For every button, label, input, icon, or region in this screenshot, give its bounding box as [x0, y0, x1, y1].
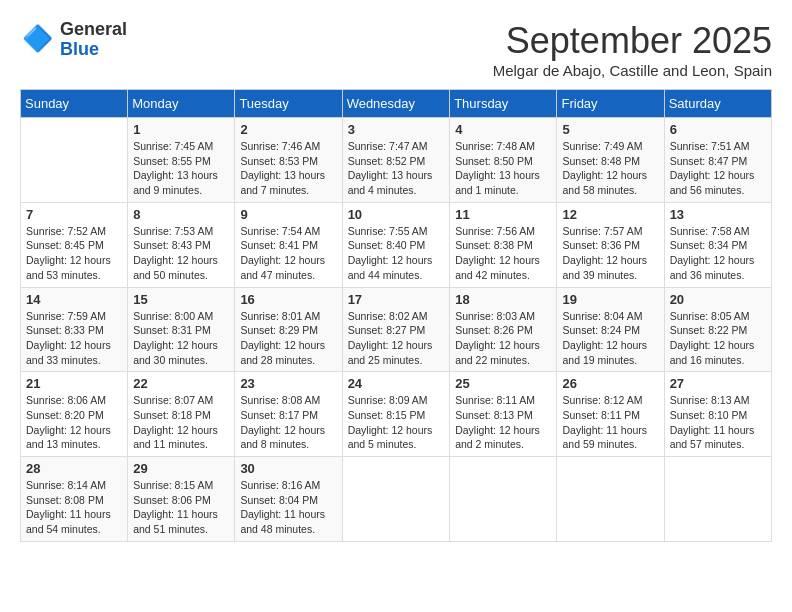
month-title: September 2025	[493, 20, 772, 62]
calendar-cell-w3-d2: 16Sunrise: 8:01 AM Sunset: 8:29 PM Dayli…	[235, 287, 342, 372]
calendar-week-4: 21Sunrise: 8:06 AM Sunset: 8:20 PM Dayli…	[21, 372, 772, 457]
day-info: Sunrise: 7:58 AM Sunset: 8:34 PM Dayligh…	[670, 224, 766, 283]
calendar-cell-w2-d0: 7Sunrise: 7:52 AM Sunset: 8:45 PM Daylig…	[21, 202, 128, 287]
day-number: 7	[26, 207, 122, 222]
day-number: 12	[562, 207, 658, 222]
day-number: 5	[562, 122, 658, 137]
calendar-cell-w5-d4	[450, 457, 557, 542]
calendar-cell-w3-d1: 15Sunrise: 8:00 AM Sunset: 8:31 PM Dayli…	[128, 287, 235, 372]
day-number: 4	[455, 122, 551, 137]
logo-icon: 🔷	[20, 22, 56, 58]
day-info: Sunrise: 8:15 AM Sunset: 8:06 PM Dayligh…	[133, 478, 229, 537]
day-info: Sunrise: 8:06 AM Sunset: 8:20 PM Dayligh…	[26, 393, 122, 452]
day-number: 21	[26, 376, 122, 391]
day-info: Sunrise: 8:03 AM Sunset: 8:26 PM Dayligh…	[455, 309, 551, 368]
calendar-week-2: 7Sunrise: 7:52 AM Sunset: 8:45 PM Daylig…	[21, 202, 772, 287]
calendar-cell-w2-d3: 10Sunrise: 7:55 AM Sunset: 8:40 PM Dayli…	[342, 202, 450, 287]
day-number: 2	[240, 122, 336, 137]
day-number: 19	[562, 292, 658, 307]
day-number: 25	[455, 376, 551, 391]
day-number: 20	[670, 292, 766, 307]
day-info: Sunrise: 8:01 AM Sunset: 8:29 PM Dayligh…	[240, 309, 336, 368]
day-info: Sunrise: 8:11 AM Sunset: 8:13 PM Dayligh…	[455, 393, 551, 452]
weekday-header-row: SundayMondayTuesdayWednesdayThursdayFrid…	[21, 90, 772, 118]
calendar-cell-w4-d4: 25Sunrise: 8:11 AM Sunset: 8:13 PM Dayli…	[450, 372, 557, 457]
day-number: 27	[670, 376, 766, 391]
calendar-cell-w5-d6	[664, 457, 771, 542]
day-info: Sunrise: 8:02 AM Sunset: 8:27 PM Dayligh…	[348, 309, 445, 368]
day-info: Sunrise: 7:56 AM Sunset: 8:38 PM Dayligh…	[455, 224, 551, 283]
calendar-cell-w2-d4: 11Sunrise: 7:56 AM Sunset: 8:38 PM Dayli…	[450, 202, 557, 287]
calendar-cell-w1-d4: 4Sunrise: 7:48 AM Sunset: 8:50 PM Daylig…	[450, 118, 557, 203]
calendar-cell-w2-d6: 13Sunrise: 7:58 AM Sunset: 8:34 PM Dayli…	[664, 202, 771, 287]
day-info: Sunrise: 7:49 AM Sunset: 8:48 PM Dayligh…	[562, 139, 658, 198]
day-number: 3	[348, 122, 445, 137]
calendar-cell-w3-d3: 17Sunrise: 8:02 AM Sunset: 8:27 PM Dayli…	[342, 287, 450, 372]
day-number: 8	[133, 207, 229, 222]
logo: 🔷 General Blue	[20, 20, 127, 60]
day-info: Sunrise: 8:16 AM Sunset: 8:04 PM Dayligh…	[240, 478, 336, 537]
day-info: Sunrise: 8:00 AM Sunset: 8:31 PM Dayligh…	[133, 309, 229, 368]
calendar-cell-w5-d3	[342, 457, 450, 542]
calendar-table: SundayMondayTuesdayWednesdayThursdayFrid…	[20, 89, 772, 542]
calendar-week-1: 1Sunrise: 7:45 AM Sunset: 8:55 PM Daylig…	[21, 118, 772, 203]
day-info: Sunrise: 8:07 AM Sunset: 8:18 PM Dayligh…	[133, 393, 229, 452]
day-number: 22	[133, 376, 229, 391]
calendar-cell-w3-d4: 18Sunrise: 8:03 AM Sunset: 8:26 PM Dayli…	[450, 287, 557, 372]
calendar-cell-w4-d3: 24Sunrise: 8:09 AM Sunset: 8:15 PM Dayli…	[342, 372, 450, 457]
day-info: Sunrise: 7:46 AM Sunset: 8:53 PM Dayligh…	[240, 139, 336, 198]
calendar-cell-w5-d0: 28Sunrise: 8:14 AM Sunset: 8:08 PM Dayli…	[21, 457, 128, 542]
day-info: Sunrise: 8:14 AM Sunset: 8:08 PM Dayligh…	[26, 478, 122, 537]
day-number: 15	[133, 292, 229, 307]
calendar-body: 1Sunrise: 7:45 AM Sunset: 8:55 PM Daylig…	[21, 118, 772, 542]
calendar-cell-w2-d5: 12Sunrise: 7:57 AM Sunset: 8:36 PM Dayli…	[557, 202, 664, 287]
calendar-cell-w4-d0: 21Sunrise: 8:06 AM Sunset: 8:20 PM Dayli…	[21, 372, 128, 457]
calendar-week-3: 14Sunrise: 7:59 AM Sunset: 8:33 PM Dayli…	[21, 287, 772, 372]
day-info: Sunrise: 7:48 AM Sunset: 8:50 PM Dayligh…	[455, 139, 551, 198]
day-number: 14	[26, 292, 122, 307]
day-number: 6	[670, 122, 766, 137]
day-info: Sunrise: 8:13 AM Sunset: 8:10 PM Dayligh…	[670, 393, 766, 452]
calendar-cell-w3-d6: 20Sunrise: 8:05 AM Sunset: 8:22 PM Dayli…	[664, 287, 771, 372]
calendar-week-5: 28Sunrise: 8:14 AM Sunset: 8:08 PM Dayli…	[21, 457, 772, 542]
day-number: 23	[240, 376, 336, 391]
weekday-header-tuesday: Tuesday	[235, 90, 342, 118]
day-number: 24	[348, 376, 445, 391]
day-number: 16	[240, 292, 336, 307]
calendar-cell-w3-d0: 14Sunrise: 7:59 AM Sunset: 8:33 PM Dayli…	[21, 287, 128, 372]
calendar-cell-w1-d6: 6Sunrise: 7:51 AM Sunset: 8:47 PM Daylig…	[664, 118, 771, 203]
day-info: Sunrise: 7:54 AM Sunset: 8:41 PM Dayligh…	[240, 224, 336, 283]
day-number: 9	[240, 207, 336, 222]
calendar-cell-w1-d3: 3Sunrise: 7:47 AM Sunset: 8:52 PM Daylig…	[342, 118, 450, 203]
calendar-cell-w4-d5: 26Sunrise: 8:12 AM Sunset: 8:11 PM Dayli…	[557, 372, 664, 457]
svg-text:🔷: 🔷	[22, 23, 54, 54]
day-info: Sunrise: 7:47 AM Sunset: 8:52 PM Dayligh…	[348, 139, 445, 198]
calendar-cell-w5-d5	[557, 457, 664, 542]
calendar-cell-w2-d2: 9Sunrise: 7:54 AM Sunset: 8:41 PM Daylig…	[235, 202, 342, 287]
day-number: 28	[26, 461, 122, 476]
calendar-cell-w1-d0	[21, 118, 128, 203]
day-info: Sunrise: 7:59 AM Sunset: 8:33 PM Dayligh…	[26, 309, 122, 368]
calendar-cell-w5-d2: 30Sunrise: 8:16 AM Sunset: 8:04 PM Dayli…	[235, 457, 342, 542]
location-subtitle: Melgar de Abajo, Castille and Leon, Spai…	[493, 62, 772, 79]
day-info: Sunrise: 8:09 AM Sunset: 8:15 PM Dayligh…	[348, 393, 445, 452]
day-number: 18	[455, 292, 551, 307]
calendar-cell-w2-d1: 8Sunrise: 7:53 AM Sunset: 8:43 PM Daylig…	[128, 202, 235, 287]
calendar-cell-w1-d1: 1Sunrise: 7:45 AM Sunset: 8:55 PM Daylig…	[128, 118, 235, 203]
calendar-cell-w1-d2: 2Sunrise: 7:46 AM Sunset: 8:53 PM Daylig…	[235, 118, 342, 203]
weekday-header-saturday: Saturday	[664, 90, 771, 118]
day-info: Sunrise: 8:05 AM Sunset: 8:22 PM Dayligh…	[670, 309, 766, 368]
day-number: 13	[670, 207, 766, 222]
calendar-cell-w3-d5: 19Sunrise: 8:04 AM Sunset: 8:24 PM Dayli…	[557, 287, 664, 372]
day-info: Sunrise: 7:57 AM Sunset: 8:36 PM Dayligh…	[562, 224, 658, 283]
weekday-header-thursday: Thursday	[450, 90, 557, 118]
calendar-cell-w4-d2: 23Sunrise: 8:08 AM Sunset: 8:17 PM Dayli…	[235, 372, 342, 457]
day-number: 11	[455, 207, 551, 222]
logo-name: General Blue	[60, 20, 127, 60]
logo-general-text: General	[60, 20, 127, 40]
weekday-header-sunday: Sunday	[21, 90, 128, 118]
day-number: 29	[133, 461, 229, 476]
day-info: Sunrise: 7:53 AM Sunset: 8:43 PM Dayligh…	[133, 224, 229, 283]
title-block: September 2025 Melgar de Abajo, Castille…	[493, 20, 772, 79]
day-number: 26	[562, 376, 658, 391]
